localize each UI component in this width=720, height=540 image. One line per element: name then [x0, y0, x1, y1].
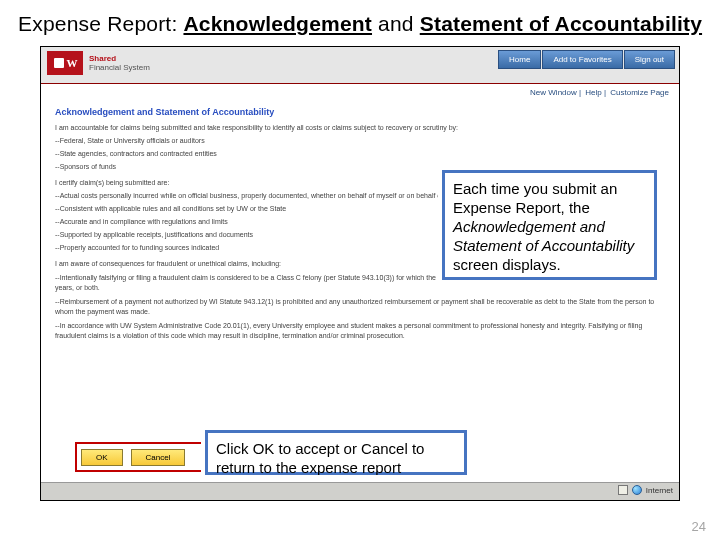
brand-line-2: Financial System	[89, 63, 150, 72]
globe-icon	[632, 485, 642, 495]
callout1-pre: Each time you submit an Expense Report, …	[453, 180, 617, 216]
subnav-customize[interactable]: Customize Page	[610, 88, 669, 97]
header-menu: Home Add to Favorites Sign out	[498, 50, 675, 69]
title-part-2: Acknowledgement	[183, 12, 372, 35]
callout2-text: Click OK to accept or Cancel to return t…	[216, 440, 424, 476]
page-number: 24	[692, 519, 706, 534]
title-part-1: Expense Report:	[18, 12, 183, 35]
menu-home[interactable]: Home	[498, 50, 541, 69]
subnav: New Window | Help | Customize Page	[41, 84, 679, 101]
cancel-button[interactable]: Cancel	[131, 449, 186, 466]
subnav-help[interactable]: Help	[585, 88, 601, 97]
button-row: OK Cancel	[81, 449, 185, 466]
callout-explanation: Each time you submit an Expense Report, …	[442, 170, 657, 280]
app-header: W Shared Financial System Home Add to Fa…	[41, 47, 679, 83]
consequence-2: --Reimbursement of a payment not authori…	[55, 297, 665, 317]
intro-paragraph: I am accountable for claims being submit…	[55, 123, 665, 133]
bullet-1a: --Federal, State or University officials…	[55, 136, 665, 146]
brand-line-1: Shared	[89, 54, 150, 63]
brand-text: Shared Financial System	[89, 54, 150, 72]
callout1-em: Acknowledgement and Statement of Account…	[453, 218, 634, 254]
status-tray: Internet	[618, 485, 673, 495]
title-part-4: Statement of Accountability	[420, 12, 702, 35]
consequence-3: --In accordance with UW System Administr…	[55, 321, 665, 341]
slide-title: Expense Report: Acknowledgement and Stat…	[18, 12, 702, 36]
bullet-1b: --State agencies, contractors and contra…	[55, 149, 665, 159]
status-bar: Internet	[41, 482, 679, 500]
callout1-post: screen displays.	[453, 256, 561, 273]
menu-add-favorites[interactable]: Add to Favorites	[542, 50, 622, 69]
callout-instruction: Click OK to accept or Cancel to return t…	[205, 430, 467, 475]
content-heading: Acknowledgement and Statement of Account…	[55, 107, 665, 117]
brand-area: W Shared Financial System	[47, 51, 150, 75]
subnav-new-window[interactable]: New Window	[530, 88, 577, 97]
ok-button[interactable]: OK	[81, 449, 123, 466]
status-label: Internet	[646, 486, 673, 495]
menu-signout[interactable]: Sign out	[624, 50, 675, 69]
title-part-3: and	[372, 12, 420, 35]
uw-logo: W	[47, 51, 83, 75]
tray-box-icon	[618, 485, 628, 495]
